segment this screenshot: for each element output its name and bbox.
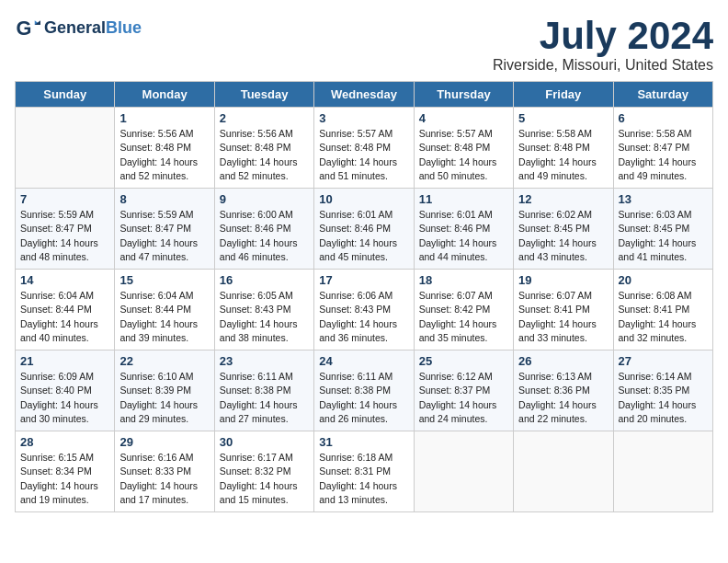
- calendar-cell: 6Sunrise: 5:58 AMSunset: 8:47 PMDaylight…: [613, 108, 712, 189]
- weekday-header-wednesday: Wednesday: [314, 82, 414, 108]
- cell-info: Sunrise: 6:01 AMSunset: 8:46 PMDaylight:…: [319, 208, 408, 264]
- day-number: 11: [419, 192, 508, 206]
- day-number: 7: [20, 192, 109, 206]
- logo-text: GeneralBlue: [44, 18, 142, 38]
- calendar-cell: 9Sunrise: 6:00 AMSunset: 8:46 PMDaylight…: [214, 189, 313, 270]
- logo-general: General: [44, 18, 106, 37]
- cell-info: Sunrise: 6:04 AMSunset: 8:44 PMDaylight:…: [119, 289, 209, 345]
- calendar-cell: 31Sunrise: 6:18 AMSunset: 8:31 PMDayligh…: [314, 431, 414, 512]
- calendar-cell: 16Sunrise: 6:05 AMSunset: 8:43 PMDayligh…: [214, 270, 313, 350]
- cell-info: Sunrise: 6:16 AMSunset: 8:33 PMDaylight:…: [119, 451, 209, 507]
- day-number: 21: [20, 354, 109, 368]
- day-number: 22: [119, 354, 209, 368]
- calendar-cell: 7Sunrise: 5:59 AMSunset: 8:47 PMDaylight…: [16, 189, 115, 270]
- calendar-cell: 13Sunrise: 6:03 AMSunset: 8:45 PMDayligh…: [613, 189, 712, 270]
- calendar-cell: 11Sunrise: 6:01 AMSunset: 8:46 PMDayligh…: [414, 189, 513, 270]
- day-number: 10: [319, 192, 408, 206]
- day-number: 17: [319, 273, 408, 287]
- calendar-cell: 21Sunrise: 6:09 AMSunset: 8:40 PMDayligh…: [16, 350, 115, 431]
- calendar-cell: [613, 431, 712, 512]
- cell-info: Sunrise: 6:15 AMSunset: 8:34 PMDaylight:…: [20, 451, 109, 507]
- weekday-header-sunday: Sunday: [16, 82, 115, 108]
- day-number: 15: [119, 273, 209, 287]
- weekday-header-tuesday: Tuesday: [214, 82, 313, 108]
- cell-info: Sunrise: 6:17 AMSunset: 8:32 PMDaylight:…: [220, 451, 309, 507]
- day-number: 6: [619, 111, 708, 125]
- day-number: 8: [119, 192, 209, 206]
- header: G GeneralBlue July 2024 Riverside, Misso…: [15, 15, 713, 74]
- calendar-cell: 15Sunrise: 6:04 AMSunset: 8:44 PMDayligh…: [115, 270, 214, 350]
- day-number: 31: [319, 435, 408, 449]
- cell-info: Sunrise: 6:07 AMSunset: 8:42 PMDaylight:…: [419, 289, 508, 345]
- calendar-cell: 24Sunrise: 6:11 AMSunset: 8:38 PMDayligh…: [314, 350, 414, 431]
- day-number: 14: [20, 273, 109, 287]
- cell-info: Sunrise: 6:11 AMSunset: 8:38 PMDaylight:…: [220, 370, 309, 426]
- calendar-cell: 10Sunrise: 6:01 AMSunset: 8:46 PMDayligh…: [314, 189, 414, 270]
- calendar-cell: 17Sunrise: 6:06 AMSunset: 8:43 PMDayligh…: [314, 270, 414, 350]
- cell-info: Sunrise: 6:12 AMSunset: 8:37 PMDaylight:…: [419, 370, 508, 426]
- day-number: 24: [319, 354, 408, 368]
- cell-info: Sunrise: 5:58 AMSunset: 8:48 PMDaylight:…: [518, 127, 608, 183]
- day-number: 30: [220, 435, 309, 449]
- weekday-header-friday: Friday: [514, 82, 613, 108]
- day-number: 29: [119, 435, 209, 449]
- calendar-cell: 4Sunrise: 5:57 AMSunset: 8:48 PMDaylight…: [414, 108, 513, 189]
- day-number: 4: [419, 111, 508, 125]
- week-row-2: 7Sunrise: 5:59 AMSunset: 8:47 PMDaylight…: [16, 189, 713, 270]
- cell-info: Sunrise: 5:56 AMSunset: 8:48 PMDaylight:…: [119, 127, 209, 183]
- day-number: 26: [518, 354, 608, 368]
- calendar-cell: 28Sunrise: 6:15 AMSunset: 8:34 PMDayligh…: [16, 431, 115, 512]
- calendar-cell: 14Sunrise: 6:04 AMSunset: 8:44 PMDayligh…: [16, 270, 115, 350]
- cell-info: Sunrise: 5:58 AMSunset: 8:47 PMDaylight:…: [619, 127, 708, 183]
- calendar-cell: 3Sunrise: 5:57 AMSunset: 8:48 PMDaylight…: [314, 108, 414, 189]
- calendar-cell: 19Sunrise: 6:07 AMSunset: 8:41 PMDayligh…: [514, 270, 613, 350]
- day-number: 1: [119, 111, 209, 125]
- day-number: 18: [419, 273, 508, 287]
- week-row-4: 21Sunrise: 6:09 AMSunset: 8:40 PMDayligh…: [16, 350, 713, 431]
- cell-info: Sunrise: 6:10 AMSunset: 8:39 PMDaylight:…: [119, 370, 209, 426]
- calendar-cell: 2Sunrise: 5:56 AMSunset: 8:48 PMDaylight…: [214, 108, 313, 189]
- weekday-header-saturday: Saturday: [613, 82, 712, 108]
- week-row-5: 28Sunrise: 6:15 AMSunset: 8:34 PMDayligh…: [16, 431, 713, 512]
- calendar-cell: [414, 431, 513, 512]
- cell-info: Sunrise: 6:11 AMSunset: 8:38 PMDaylight:…: [319, 370, 408, 426]
- month-title: July 2024: [493, 15, 713, 57]
- cell-info: Sunrise: 5:56 AMSunset: 8:48 PMDaylight:…: [220, 127, 309, 183]
- day-number: 3: [319, 111, 408, 125]
- logo-icon: G: [15, 15, 40, 40]
- cell-info: Sunrise: 6:05 AMSunset: 8:43 PMDaylight:…: [220, 289, 309, 345]
- day-number: 20: [619, 273, 708, 287]
- day-number: 9: [220, 192, 309, 206]
- calendar-cell: 1Sunrise: 5:56 AMSunset: 8:48 PMDaylight…: [115, 108, 214, 189]
- cell-info: Sunrise: 5:59 AMSunset: 8:47 PMDaylight:…: [20, 208, 109, 264]
- day-number: 2: [220, 111, 309, 125]
- calendar-cell: 22Sunrise: 6:10 AMSunset: 8:39 PMDayligh…: [115, 350, 214, 431]
- calendar-cell: 20Sunrise: 6:08 AMSunset: 8:41 PMDayligh…: [613, 270, 712, 350]
- cell-info: Sunrise: 6:02 AMSunset: 8:45 PMDaylight:…: [518, 208, 608, 264]
- location-title: Riverside, Missouri, United States: [493, 57, 713, 74]
- day-number: 16: [220, 273, 309, 287]
- day-number: 5: [518, 111, 608, 125]
- title-area: July 2024 Riverside, Missouri, United St…: [493, 15, 713, 74]
- cell-info: Sunrise: 5:57 AMSunset: 8:48 PMDaylight:…: [319, 127, 408, 183]
- cell-info: Sunrise: 6:08 AMSunset: 8:41 PMDaylight:…: [619, 289, 708, 345]
- calendar-cell: [514, 431, 613, 512]
- calendar-cell: 12Sunrise: 6:02 AMSunset: 8:45 PMDayligh…: [514, 189, 613, 270]
- week-row-3: 14Sunrise: 6:04 AMSunset: 8:44 PMDayligh…: [16, 270, 713, 350]
- cell-info: Sunrise: 5:59 AMSunset: 8:47 PMDaylight:…: [119, 208, 209, 264]
- calendar-cell: [16, 108, 115, 189]
- cell-info: Sunrise: 6:04 AMSunset: 8:44 PMDaylight:…: [20, 289, 109, 345]
- day-number: 27: [619, 354, 708, 368]
- calendar-cell: 5Sunrise: 5:58 AMSunset: 8:48 PMDaylight…: [514, 108, 613, 189]
- day-number: 25: [419, 354, 508, 368]
- logo: G GeneralBlue: [15, 15, 142, 40]
- svg-text:G: G: [17, 17, 32, 40]
- cell-info: Sunrise: 5:57 AMSunset: 8:48 PMDaylight:…: [419, 127, 508, 183]
- cell-info: Sunrise: 6:07 AMSunset: 8:41 PMDaylight:…: [518, 289, 608, 345]
- cell-info: Sunrise: 6:18 AMSunset: 8:31 PMDaylight:…: [319, 451, 408, 507]
- calendar-cell: 26Sunrise: 6:13 AMSunset: 8:36 PMDayligh…: [514, 350, 613, 431]
- calendar-cell: 27Sunrise: 6:14 AMSunset: 8:35 PMDayligh…: [613, 350, 712, 431]
- cell-info: Sunrise: 6:13 AMSunset: 8:36 PMDaylight:…: [518, 370, 608, 426]
- calendar-cell: 18Sunrise: 6:07 AMSunset: 8:42 PMDayligh…: [414, 270, 513, 350]
- day-number: 23: [220, 354, 309, 368]
